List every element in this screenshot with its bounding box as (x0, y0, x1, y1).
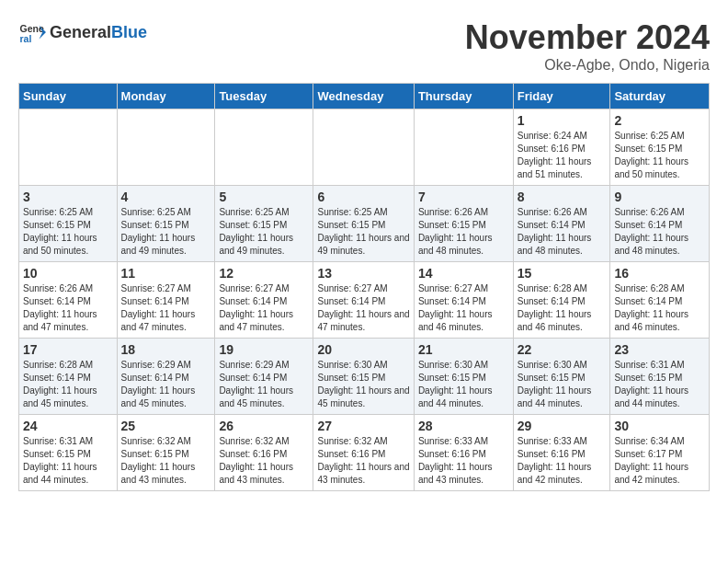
day-number: 25 (121, 419, 211, 433)
day-info: Sunrise: 6:32 AM Sunset: 6:16 PM Dayligh… (219, 435, 309, 487)
calendar-cell: 29Sunrise: 6:33 AM Sunset: 6:16 PM Dayli… (513, 415, 610, 491)
day-info: Sunrise: 6:28 AM Sunset: 6:14 PM Dayligh… (518, 282, 607, 334)
calendar-cell: 10Sunrise: 6:26 AM Sunset: 6:14 PM Dayli… (19, 262, 118, 339)
day-info: Sunrise: 6:25 AM Sunset: 6:15 PM Dayligh… (614, 130, 705, 181)
logo-icon: Gene ral (18, 18, 46, 46)
calendar-week-4: 24Sunrise: 6:31 AM Sunset: 6:15 PM Dayli… (19, 415, 710, 491)
calendar-cell (414, 109, 513, 186)
day-number: 10 (23, 266, 113, 281)
day-number: 12 (219, 266, 309, 281)
calendar-cell: 9Sunrise: 6:26 AM Sunset: 6:14 PM Daylig… (610, 186, 710, 262)
day-info: Sunrise: 6:34 AM Sunset: 6:17 PM Dayligh… (614, 435, 705, 487)
calendar-cell: 22Sunrise: 6:30 AM Sunset: 6:15 PM Dayli… (513, 339, 610, 415)
header-saturday: Saturday (610, 84, 710, 109)
day-info: Sunrise: 6:25 AM Sunset: 6:15 PM Dayligh… (219, 206, 309, 258)
day-info: Sunrise: 6:27 AM Sunset: 6:14 PM Dayligh… (219, 282, 309, 334)
day-info: Sunrise: 6:24 AM Sunset: 6:16 PM Dayligh… (518, 130, 607, 181)
day-info: Sunrise: 6:27 AM Sunset: 6:14 PM Dayligh… (317, 282, 409, 334)
day-number: 4 (121, 190, 211, 204)
calendar-cell: 6Sunrise: 6:25 AM Sunset: 6:15 PM Daylig… (313, 186, 414, 262)
calendar-cell: 1Sunrise: 6:24 AM Sunset: 6:16 PM Daylig… (513, 109, 610, 186)
calendar-cell: 11Sunrise: 6:27 AM Sunset: 6:14 PM Dayli… (117, 262, 215, 339)
calendar-cell: 20Sunrise: 6:30 AM Sunset: 6:15 PM Dayli… (313, 339, 414, 415)
calendar-cell: 19Sunrise: 6:29 AM Sunset: 6:14 PM Dayli… (215, 339, 313, 415)
day-number: 5 (219, 190, 309, 204)
calendar-cell: 28Sunrise: 6:33 AM Sunset: 6:16 PM Dayli… (414, 415, 513, 491)
day-number: 16 (614, 266, 705, 281)
calendar-week-3: 17Sunrise: 6:28 AM Sunset: 6:14 PM Dayli… (19, 339, 710, 415)
calendar-cell: 14Sunrise: 6:27 AM Sunset: 6:14 PM Dayli… (414, 262, 513, 339)
day-number: 28 (418, 419, 509, 433)
day-number: 30 (614, 419, 705, 433)
day-number: 6 (317, 190, 409, 204)
svg-text:ral: ral (20, 33, 32, 44)
calendar-cell: 23Sunrise: 6:31 AM Sunset: 6:15 PM Dayli… (610, 339, 710, 415)
calendar-cell (215, 109, 313, 186)
calendar-cell: 12Sunrise: 6:27 AM Sunset: 6:14 PM Dayli… (215, 262, 313, 339)
day-number: 15 (518, 266, 607, 281)
day-number: 19 (219, 342, 309, 357)
calendar-week-0: 1Sunrise: 6:24 AM Sunset: 6:16 PM Daylig… (19, 109, 710, 186)
day-info: Sunrise: 6:25 AM Sunset: 6:15 PM Dayligh… (317, 206, 409, 258)
logo-text: General Blue (50, 23, 147, 42)
logo-general: General (50, 23, 111, 42)
header-thursday: Thursday (414, 84, 513, 109)
day-info: Sunrise: 6:31 AM Sunset: 6:15 PM Dayligh… (614, 359, 705, 410)
header-row: Sunday Monday Tuesday Wednesday Thursday… (19, 84, 710, 109)
day-number: 18 (121, 342, 211, 357)
logo: Gene ral General Blue (18, 18, 147, 46)
calendar-cell: 21Sunrise: 6:30 AM Sunset: 6:15 PM Dayli… (414, 339, 513, 415)
day-info: Sunrise: 6:31 AM Sunset: 6:15 PM Dayligh… (23, 435, 113, 487)
calendar-cell (19, 109, 118, 186)
day-number: 13 (317, 266, 409, 281)
day-number: 17 (23, 342, 113, 357)
calendar-cell: 4Sunrise: 6:25 AM Sunset: 6:15 PM Daylig… (117, 186, 215, 262)
day-info: Sunrise: 6:25 AM Sunset: 6:15 PM Dayligh… (23, 206, 113, 258)
calendar-cell: 26Sunrise: 6:32 AM Sunset: 6:16 PM Dayli… (215, 415, 313, 491)
calendar-cell: 3Sunrise: 6:25 AM Sunset: 6:15 PM Daylig… (19, 186, 118, 262)
day-info: Sunrise: 6:26 AM Sunset: 6:14 PM Dayligh… (23, 282, 113, 334)
day-info: Sunrise: 6:28 AM Sunset: 6:14 PM Dayligh… (614, 282, 705, 334)
day-info: Sunrise: 6:26 AM Sunset: 6:14 PM Dayligh… (614, 206, 705, 258)
day-info: Sunrise: 6:29 AM Sunset: 6:14 PM Dayligh… (219, 359, 309, 410)
calendar-cell (313, 109, 414, 186)
day-info: Sunrise: 6:29 AM Sunset: 6:14 PM Dayligh… (121, 359, 211, 410)
day-info: Sunrise: 6:30 AM Sunset: 6:15 PM Dayligh… (317, 359, 409, 410)
day-number: 20 (317, 342, 409, 357)
day-info: Sunrise: 6:26 AM Sunset: 6:15 PM Dayligh… (418, 206, 509, 258)
calendar-cell: 25Sunrise: 6:32 AM Sunset: 6:15 PM Dayli… (117, 415, 215, 491)
calendar-cell: 24Sunrise: 6:31 AM Sunset: 6:15 PM Dayli… (19, 415, 118, 491)
calendar-cell: 18Sunrise: 6:29 AM Sunset: 6:14 PM Dayli… (117, 339, 215, 415)
header-wednesday: Wednesday (313, 84, 414, 109)
day-number: 26 (219, 419, 309, 433)
day-info: Sunrise: 6:26 AM Sunset: 6:14 PM Dayligh… (518, 206, 607, 258)
calendar-cell: 8Sunrise: 6:26 AM Sunset: 6:14 PM Daylig… (513, 186, 610, 262)
day-number: 8 (518, 190, 607, 204)
calendar-cell: 7Sunrise: 6:26 AM Sunset: 6:15 PM Daylig… (414, 186, 513, 262)
day-info: Sunrise: 6:27 AM Sunset: 6:14 PM Dayligh… (121, 282, 211, 334)
location-title: Oke-Agbe, Ondo, Nigeria (465, 57, 710, 74)
calendar-cell: 16Sunrise: 6:28 AM Sunset: 6:14 PM Dayli… (610, 262, 710, 339)
calendar-cell: 13Sunrise: 6:27 AM Sunset: 6:14 PM Dayli… (313, 262, 414, 339)
day-number: 11 (121, 266, 211, 281)
day-number: 1 (518, 113, 607, 128)
calendar-header: Sunday Monday Tuesday Wednesday Thursday… (19, 84, 710, 109)
header-monday: Monday (117, 84, 215, 109)
day-info: Sunrise: 6:30 AM Sunset: 6:15 PM Dayligh… (418, 359, 509, 410)
header: Gene ral General Blue November 2024 Oke-… (18, 18, 710, 74)
calendar-cell: 27Sunrise: 6:32 AM Sunset: 6:16 PM Dayli… (313, 415, 414, 491)
day-info: Sunrise: 6:32 AM Sunset: 6:15 PM Dayligh… (121, 435, 211, 487)
calendar-week-2: 10Sunrise: 6:26 AM Sunset: 6:14 PM Dayli… (19, 262, 710, 339)
calendar-week-1: 3Sunrise: 6:25 AM Sunset: 6:15 PM Daylig… (19, 186, 710, 262)
day-number: 2 (614, 113, 705, 128)
calendar-body: 1Sunrise: 6:24 AM Sunset: 6:16 PM Daylig… (19, 109, 710, 491)
day-info: Sunrise: 6:30 AM Sunset: 6:15 PM Dayligh… (518, 359, 607, 410)
day-info: Sunrise: 6:33 AM Sunset: 6:16 PM Dayligh… (418, 435, 509, 487)
day-info: Sunrise: 6:33 AM Sunset: 6:16 PM Dayligh… (518, 435, 607, 487)
logo-blue: Blue (111, 23, 147, 42)
title-area: November 2024 Oke-Agbe, Ondo, Nigeria (465, 18, 710, 74)
day-number: 23 (614, 342, 705, 357)
calendar-cell: 17Sunrise: 6:28 AM Sunset: 6:14 PM Dayli… (19, 339, 118, 415)
day-number: 29 (518, 419, 607, 433)
day-info: Sunrise: 6:25 AM Sunset: 6:15 PM Dayligh… (121, 206, 211, 258)
